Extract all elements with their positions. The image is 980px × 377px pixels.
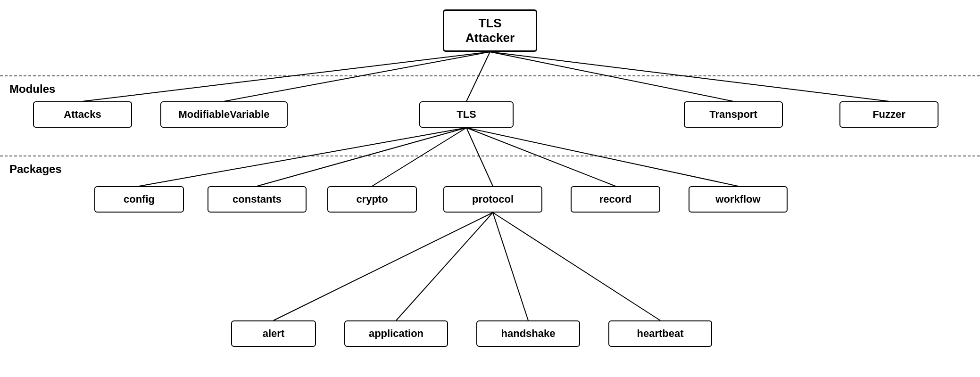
svg-line-6 bbox=[257, 128, 466, 186]
svg-line-0 bbox=[83, 52, 490, 101]
dashed-line-packages bbox=[0, 156, 980, 156]
svg-line-2 bbox=[466, 52, 490, 101]
node-config: config bbox=[94, 186, 184, 213]
node-tls: TLS bbox=[419, 101, 514, 128]
svg-line-7 bbox=[372, 128, 466, 186]
node-heartbeat: heartbeat bbox=[608, 320, 712, 347]
svg-line-14 bbox=[493, 213, 660, 320]
svg-line-12 bbox=[396, 213, 493, 320]
node-constants: constants bbox=[208, 186, 307, 213]
node-workflow: workflow bbox=[689, 186, 788, 213]
svg-line-1 bbox=[224, 52, 490, 101]
node-record: record bbox=[571, 186, 660, 213]
modules-label: Modules bbox=[9, 82, 55, 96]
svg-line-13 bbox=[493, 213, 528, 320]
svg-line-10 bbox=[466, 128, 738, 186]
packages-label: Packages bbox=[9, 163, 62, 176]
node-crypto: crypto bbox=[327, 186, 417, 213]
node-protocol: protocol bbox=[443, 186, 542, 213]
svg-line-5 bbox=[139, 128, 466, 186]
svg-line-9 bbox=[466, 128, 615, 186]
node-tls-attacker: TLSAttacker bbox=[443, 9, 537, 52]
node-application: application bbox=[344, 320, 448, 347]
node-attacks: Attacks bbox=[33, 101, 132, 128]
node-transport: Transport bbox=[684, 101, 783, 128]
node-handshake: handshake bbox=[476, 320, 580, 347]
svg-line-8 bbox=[466, 128, 493, 186]
node-alert: alert bbox=[231, 320, 316, 347]
svg-line-11 bbox=[274, 213, 493, 320]
svg-line-3 bbox=[490, 52, 733, 101]
svg-line-4 bbox=[490, 52, 889, 101]
dashed-line-modules bbox=[0, 75, 980, 76]
node-fuzzer: Fuzzer bbox=[839, 101, 938, 128]
diagram-container: Modules Packages bbox=[0, 0, 980, 377]
node-modifiable-variable: ModifiableVariable bbox=[160, 101, 288, 128]
